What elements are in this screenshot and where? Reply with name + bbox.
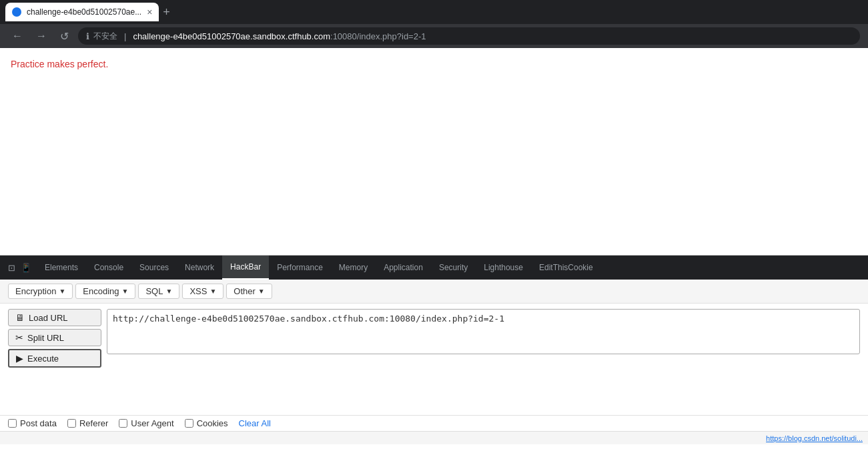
user-agent-label: User Agent: [131, 418, 173, 428]
hackbar-toolbar: Encryption ▼ Encoding ▼ SQL ▼ XSS ▼ Othe…: [0, 280, 868, 304]
address-input[interactable]: ℹ 不安全 | challenge-e4be0d51002570ae.sandb…: [78, 27, 860, 45]
xss-dropdown[interactable]: XSS ▼: [182, 284, 224, 299]
post-data-checkbox[interactable]: [8, 419, 17, 428]
hackbar-content: Encryption ▼ Encoding ▼ SQL ▼ XSS ▼ Othe…: [0, 280, 868, 431]
url-input[interactable]: [107, 309, 860, 354]
phone-icon[interactable]: 📱: [21, 263, 31, 273]
page-content-area: Practice makes perfect.: [0, 48, 868, 255]
cookies-label: Cookies: [197, 418, 228, 428]
sql-arrow-icon: ▼: [165, 288, 172, 295]
tab-performance[interactable]: Performance: [269, 256, 331, 280]
insecure-icon: ℹ: [86, 31, 89, 41]
split-url-button[interactable]: ✂ Split URL: [8, 329, 101, 346]
user-agent-checkbox[interactable]: [119, 419, 127, 428]
cursor-icon[interactable]: ⊡: [8, 263, 15, 273]
cookies-checkbox[interactable]: [185, 419, 193, 428]
status-bar: https://blog.csdn.net/solitudi...: [0, 431, 868, 444]
hackbar-right-panel: [107, 309, 860, 410]
clear-all-button[interactable]: Clear All: [239, 418, 271, 428]
tab-network[interactable]: Network: [177, 256, 222, 280]
devtools-icons: ⊡ 📱: [3, 263, 37, 273]
tab-memory[interactable]: Memory: [331, 256, 376, 280]
tab-security[interactable]: Security: [431, 256, 476, 280]
referer-checkbox-label[interactable]: Referer: [67, 418, 108, 428]
encoding-dropdown[interactable]: Encoding ▼: [75, 284, 135, 299]
hackbar-left-panel: 🖥 Load URL ✂ Split URL ▶ Execute: [8, 309, 101, 410]
address-bar: ← → ↺ ℹ 不安全 | challenge-e4be0d51002570ae…: [0, 24, 868, 48]
encryption-label: Encryption: [15, 286, 56, 296]
browser-titlebar: challenge-e4be0d51002570ae... × +: [0, 0, 868, 24]
page-body-text: Practice makes perfect.: [11, 59, 108, 69]
user-agent-checkbox-label[interactable]: User Agent: [119, 418, 173, 428]
tab-favicon-icon: [12, 7, 21, 17]
refresh-button[interactable]: ↺: [56, 29, 73, 44]
tab-lighthouse[interactable]: Lighthouse: [476, 256, 531, 280]
devtools-panel: ⊡ 📱 Elements Console Sources Network Hac…: [0, 255, 868, 431]
tab-bar: challenge-e4be0d51002570ae... × +: [5, 3, 863, 21]
status-link[interactable]: https://blog.csdn.net/solitudi...: [766, 434, 863, 442]
tab-sources[interactable]: Sources: [131, 256, 177, 280]
tab-editthiscookie[interactable]: EditThisCookie: [531, 256, 601, 280]
devtools-tabbar: ⊡ 📱 Elements Console Sources Network Hac…: [0, 256, 868, 280]
other-arrow-icon: ▼: [258, 288, 265, 295]
referer-label: Referer: [79, 418, 108, 428]
tab-close-button[interactable]: ×: [147, 7, 152, 17]
encryption-dropdown[interactable]: Encryption ▼: [8, 284, 73, 299]
address-url: challenge-e4be0d51002570ae.sandbox.ctfhu…: [133, 31, 426, 41]
encoding-arrow-icon: ▼: [122, 288, 129, 295]
xss-label: XSS: [189, 286, 207, 296]
active-tab[interactable]: challenge-e4be0d51002570ae... ×: [5, 3, 159, 21]
post-data-checkbox-label[interactable]: Post data: [8, 418, 57, 428]
address-separator: |: [124, 31, 126, 41]
svg-point-0: [13, 9, 20, 15]
load-url-button[interactable]: 🖥 Load URL: [8, 309, 101, 326]
encoding-label: Encoding: [83, 286, 119, 296]
forward-button[interactable]: →: [32, 29, 51, 43]
back-button[interactable]: ←: [8, 29, 27, 43]
load-url-label: Load URL: [29, 313, 68, 323]
tab-elements[interactable]: Elements: [37, 256, 86, 280]
tab-console[interactable]: Console: [86, 256, 131, 280]
tab-hackbar[interactable]: HackBar: [222, 256, 269, 280]
referer-checkbox[interactable]: [67, 419, 76, 428]
tab-application[interactable]: Application: [376, 256, 431, 280]
cookies-checkbox-label[interactable]: Cookies: [185, 418, 228, 428]
load-url-icon: 🖥: [15, 312, 25, 323]
execute-button[interactable]: ▶ Execute: [8, 349, 101, 368]
execute-label: Execute: [27, 354, 59, 364]
address-host: challenge-e4be0d51002570ae.sandbox.ctfhu…: [133, 31, 330, 41]
address-port-path: :10080/index.php?id=2-1: [330, 31, 426, 41]
hackbar-body: 🖥 Load URL ✂ Split URL ▶ Execute: [0, 304, 868, 415]
encryption-arrow-icon: ▼: [59, 288, 65, 295]
execute-icon: ▶: [16, 353, 23, 364]
xss-arrow-icon: ▼: [209, 288, 216, 295]
split-url-label: Split URL: [27, 333, 64, 343]
other-label: Other: [234, 286, 256, 296]
hackbar-footer: Post data Referer User Agent Cookies Cle…: [0, 415, 868, 431]
insecure-label: 不安全: [93, 31, 117, 42]
sql-label: SQL: [145, 286, 163, 296]
new-tab-button[interactable]: +: [163, 5, 170, 19]
split-url-icon: ✂: [15, 332, 23, 343]
sql-dropdown[interactable]: SQL ▼: [138, 284, 179, 299]
post-data-label: Post data: [20, 418, 57, 428]
tab-title: challenge-e4be0d51002570ae...: [27, 7, 141, 17]
other-dropdown[interactable]: Other ▼: [226, 284, 272, 299]
